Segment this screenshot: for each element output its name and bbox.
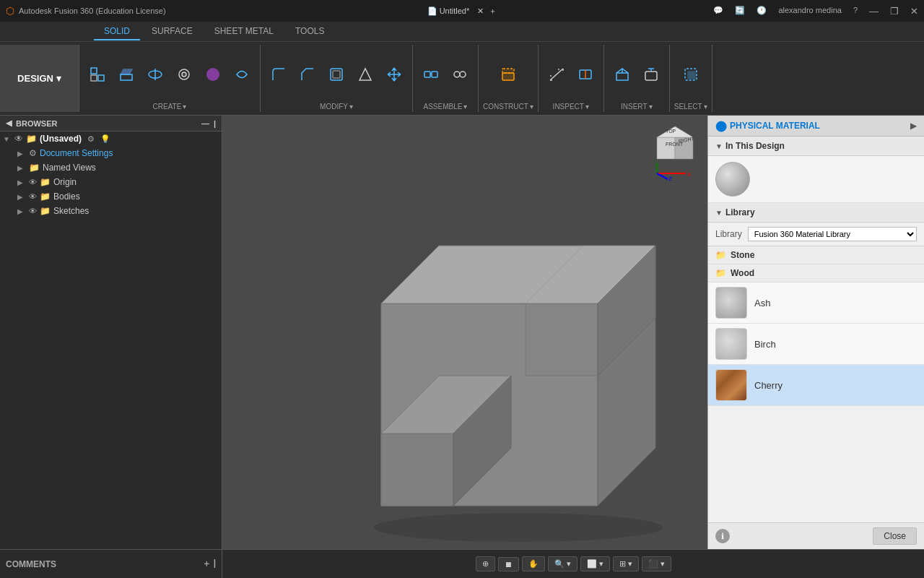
grid-snap-btn[interactable]: ⊕	[476, 556, 495, 571]
browser-item-unsaved[interactable]: ▼ 👁 📁 (Unsaved) ⚙ 💡	[0, 131, 222, 146]
design-button[interactable]: DESIGN ▾	[0, 45, 79, 112]
construct-label[interactable]: CONSTRUCT ▾	[483, 103, 533, 111]
user-label[interactable]: alexandro medina	[778, 6, 841, 17]
folder-icon: 📁	[26, 134, 37, 144]
browser-item-sketches[interactable]: ▶ 👁 📁 Sketches	[0, 204, 222, 218]
add-tab-icon[interactable]: ＋	[489, 7, 497, 15]
modify-group: MODIFY ▾	[261, 45, 413, 112]
light-bulb-icon[interactable]: 💡	[100, 134, 110, 144]
info-icon[interactable]: ℹ	[715, 529, 730, 543]
material-item-birch[interactable]: Birch	[708, 324, 924, 365]
joint-btn[interactable]	[417, 59, 445, 90]
svg-point-8	[182, 72, 186, 77]
snap-icon: ⊕	[482, 559, 489, 569]
hole-btn[interactable]	[170, 59, 198, 90]
notification-icon[interactable]: 💬	[713, 6, 723, 17]
sync-icon[interactable]: 🔄	[735, 6, 745, 17]
eye-bodies-icon[interactable]: 👁	[29, 192, 37, 201]
display-settings-btn[interactable]: ⬜ ▾	[580, 556, 610, 571]
rigid-group-btn[interactable]	[446, 59, 474, 90]
eye-origin-icon[interactable]: 👁	[29, 178, 37, 186]
revolve-btn[interactable]	[141, 59, 169, 90]
select-label[interactable]: SELECT ▾	[674, 103, 707, 111]
draft-btn[interactable]	[352, 59, 379, 90]
view-cube-btn[interactable]: ⬛ ▾	[642, 556, 671, 571]
new-component-btn[interactable]	[84, 59, 111, 90]
material-item-ash[interactable]: Ash	[708, 282, 924, 324]
default-material-thumb[interactable]	[715, 162, 750, 197]
tab-tools[interactable]: TOOLS	[285, 23, 334, 40]
svg-marker-4	[121, 69, 132, 74]
select-btn[interactable]	[677, 59, 705, 90]
modify-label[interactable]: MODIFY ▾	[320, 103, 353, 111]
browser-minus-icon[interactable]: —	[201, 119, 209, 128]
material-preview-area	[708, 156, 924, 203]
wood-category[interactable]: 📁 Wood	[708, 264, 924, 282]
insert-mesh-btn[interactable]	[609, 59, 636, 90]
browser-item-origin[interactable]: ▶ 👁 📁 Origin	[0, 175, 222, 189]
assemble-label[interactable]: ASSEMBLE ▾	[424, 103, 468, 111]
modify-icons	[265, 46, 408, 103]
extrude-btn[interactable]	[113, 59, 140, 90]
in-this-design-header[interactable]: ▼ In This Design	[708, 137, 924, 156]
clock-icon[interactable]: 🕐	[757, 6, 767, 17]
tab-sheet-metal[interactable]: SHEET METAL	[204, 23, 284, 40]
svg-marker-53	[526, 303, 598, 376]
inspect-arrow-icon: ▾	[585, 103, 589, 111]
help-icon[interactable]: ?	[853, 6, 858, 17]
ash-name: Ash	[754, 298, 770, 309]
shell-btn[interactable]	[323, 59, 350, 90]
create-label[interactable]: CREATE ▾	[153, 103, 187, 111]
cube-arrow: ▾	[661, 559, 665, 569]
browser-collapse-icon[interactable]: ◀	[6, 118, 12, 128]
freeform-btn[interactable]	[228, 59, 256, 90]
pan-btn[interactable]: ✋	[522, 556, 545, 571]
maximize-btn[interactable]: ❐	[890, 6, 899, 17]
material-panel-expand-icon[interactable]: ▶	[910, 121, 917, 131]
section-analysis-btn[interactable]	[572, 59, 599, 90]
library-header[interactable]: ▼ Library	[708, 203, 924, 223]
viewport[interactable]: FRONT RIGHT TOP X Y Z	[222, 116, 707, 549]
grid-btn[interactable]: ⊞ ▾	[613, 556, 639, 571]
titlebar-left: ⬡ Autodesk Fusion 360 (Education License…	[6, 5, 166, 17]
tab-surface[interactable]: SURFACE	[141, 23, 203, 40]
settings-cog-icon[interactable]: ⚙	[87, 134, 95, 144]
browser-item-bodies[interactable]: ▶ 👁 📁 Bodies	[0, 189, 222, 204]
minimize-btn[interactable]: —	[869, 6, 879, 17]
browser-item-named-views[interactable]: ▶ 📁 Named Views	[0, 160, 222, 175]
svg-marker-50	[381, 434, 453, 506]
material-item-cherry[interactable]: Cherry	[708, 365, 924, 406]
eye-icon[interactable]: 👁	[14, 134, 23, 144]
nav-cube[interactable]: FRONT RIGHT TOP X Y Z	[650, 123, 700, 173]
construct-arrow-icon: ▾	[530, 103, 533, 111]
decal-btn[interactable]	[637, 59, 665, 90]
chamfer-btn[interactable]	[294, 59, 321, 90]
stone-category[interactable]: 📁 Stone	[708, 246, 924, 264]
library-dropdown[interactable]: Fusion 360 Material Library	[748, 227, 917, 241]
eye-sketches-icon[interactable]: 👁	[29, 207, 37, 215]
close-button[interactable]: Close	[873, 527, 917, 545]
close-tab-icon[interactable]: ✕	[477, 7, 484, 15]
3d-model-view[interactable]	[295, 173, 707, 549]
capture-position-btn[interactable]: ⏹	[498, 557, 519, 571]
svg-rect-19	[502, 69, 514, 73]
named-views-label: Named Views	[43, 163, 96, 173]
sphere-btn[interactable]	[199, 59, 227, 90]
browser-item-docsettings[interactable]: ▶ ⚙ Document Settings	[0, 146, 222, 160]
insert-label[interactable]: INSERT ▾	[621, 103, 653, 111]
close-btn[interactable]: ✕	[910, 6, 918, 17]
svg-point-9	[206, 68, 219, 81]
offset-plane-btn[interactable]	[494, 59, 522, 90]
origin-label: Origin	[53, 177, 77, 187]
modify-arrow-icon: ▾	[349, 103, 353, 111]
fillet-btn[interactable]	[265, 59, 292, 90]
inspect-label[interactable]: INSPECT ▾	[553, 103, 589, 111]
insert-label-text: INSERT	[621, 103, 648, 111]
zoom-btn[interactable]: 🔍 ▾	[548, 556, 578, 571]
comments-add-icon[interactable]: ＋	[202, 558, 211, 570]
material-panel-title-text: PHYSICAL MATERIAL	[730, 121, 820, 131]
move-btn[interactable]	[380, 59, 408, 90]
tab-solid[interactable]: SOLID	[94, 23, 140, 40]
measure-btn[interactable]	[543, 59, 570, 90]
material-list: 📁 Stone 📁 Wood Ash Birch Cherry	[708, 246, 924, 522]
